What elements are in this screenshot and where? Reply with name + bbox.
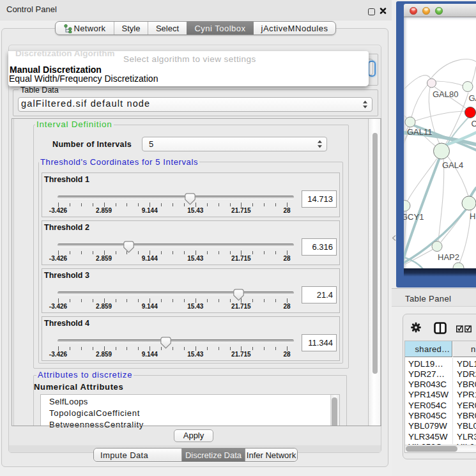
svg-text:HI: HI bbox=[470, 211, 476, 221]
svg-text:C: C bbox=[472, 119, 476, 128]
svg-text:GA: GA bbox=[469, 93, 476, 103]
svg-text:GCY1: GCY1 bbox=[404, 212, 424, 222]
svg-text:GAL4: GAL4 bbox=[442, 160, 463, 170]
svg-text:GAL11: GAL11 bbox=[407, 127, 433, 137]
svg-text:GAL80: GAL80 bbox=[433, 89, 458, 99]
svg-text:HAP2: HAP2 bbox=[438, 252, 459, 262]
